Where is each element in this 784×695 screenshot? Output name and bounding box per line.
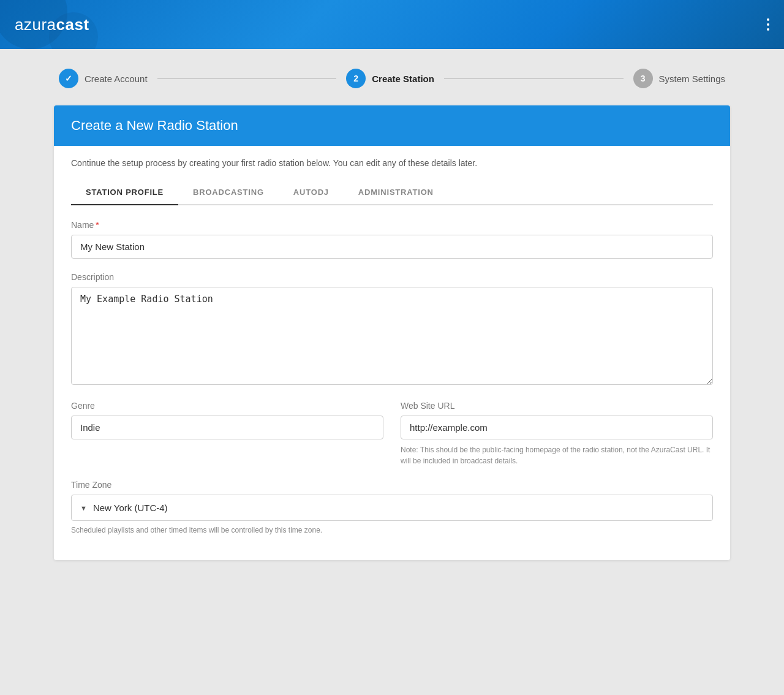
step-connector-2 [444, 78, 624, 79]
timezone-hint: Scheduled playlists and other timed item… [71, 526, 713, 534]
name-field-group: Name* [71, 220, 713, 259]
website-hint: Note: This should be the public-facing h… [401, 444, 713, 466]
description-field-group: Description My Example Radio Station [71, 272, 713, 387]
website-label: Web Site URL [401, 401, 713, 411]
website-input[interactable] [401, 416, 713, 439]
step-3-label: System Settings [659, 74, 725, 84]
tab-station-profile[interactable]: STATION PROFILE [71, 180, 178, 205]
tab-administration[interactable]: ADMINISTRATION [344, 180, 448, 205]
timezone-label: Time Zone [71, 480, 713, 490]
stepper: ✓ Create Account 2 Create Station 3 Syst… [54, 69, 730, 88]
card-body: Continue the setup process by creating y… [54, 146, 730, 560]
timezone-field-group: Time Zone ▼ New York (UTC-4) Scheduled p… [71, 480, 713, 534]
logo: azuracast [15, 15, 89, 34]
logo-text: azuracast [15, 15, 89, 34]
tabs-container: STATION PROFILE BROADCASTING AUTODJ ADMI… [71, 180, 713, 205]
main-content: ✓ Create Account 2 Create Station 3 Syst… [24, 49, 760, 580]
step-system-settings: 3 System Settings [633, 69, 725, 88]
card-description: Continue the setup process by creating y… [71, 158, 713, 168]
genre-field-group: Genre [71, 401, 383, 439]
station-profile-form: Name* Description My Example Radio Stati… [71, 205, 713, 534]
description-textarea[interactable]: My Example Radio Station [71, 287, 713, 385]
genre-website-row: Genre Web Site URL Note: This should be … [71, 401, 713, 480]
tab-autodj[interactable]: AUTODJ [279, 180, 344, 205]
tab-broadcasting[interactable]: BROADCASTING [178, 180, 279, 205]
step-create-account: ✓ Create Account [59, 69, 148, 88]
card-header: Create a New Radio Station [54, 105, 730, 146]
timezone-value: New York (UTC-4) [93, 503, 168, 513]
genre-label: Genre [71, 401, 383, 411]
app-header: azuracast [0, 0, 784, 49]
timezone-select-wrapper[interactable]: ▼ New York (UTC-4) [71, 495, 713, 521]
main-card: Create a New Radio Station Continue the … [54, 105, 730, 560]
step-1-circle: ✓ [59, 69, 78, 88]
step-1-label: Create Account [85, 74, 148, 84]
timezone-select-display: ▼ New York (UTC-4) [72, 495, 712, 520]
website-field-group: Web Site URL Note: This should be the pu… [401, 401, 713, 466]
step-2-circle: 2 [346, 69, 366, 88]
step-3-circle: 3 [633, 69, 653, 88]
genre-col: Genre [71, 401, 383, 480]
website-col: Web Site URL Note: This should be the pu… [401, 401, 713, 480]
step-2-label: Create Station [372, 74, 434, 84]
genre-input[interactable] [71, 416, 383, 439]
chevron-down-icon: ▼ [80, 504, 87, 512]
description-label: Description [71, 272, 713, 282]
card-title: Create a New Radio Station [71, 118, 713, 134]
name-input[interactable] [71, 235, 713, 259]
menu-icon[interactable] [767, 18, 769, 31]
name-required-star: * [96, 220, 99, 230]
name-label: Name* [71, 220, 713, 230]
step-connector-1 [157, 78, 337, 79]
step-create-station: 2 Create Station [346, 69, 434, 88]
